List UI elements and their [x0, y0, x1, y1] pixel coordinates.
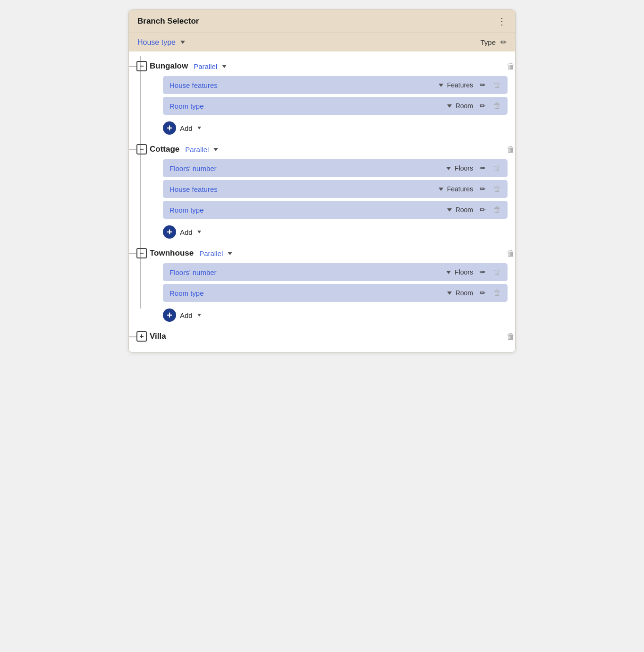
townhouse-floors-chevron-icon[interactable]: [446, 271, 451, 274]
townhouse-collapse-button[interactable]: −: [136, 248, 147, 258]
panel-header: Branch Selector ⋮: [129, 10, 515, 33]
cottage-add-plus-icon[interactable]: +: [163, 225, 176, 239]
cottage-add-chevron-icon[interactable]: [197, 231, 201, 233]
villa-delete-button[interactable]: 🗑: [507, 332, 515, 342]
panel-subheader: House type Type ✏: [129, 33, 515, 51]
townhouse-room-type-label: Room type: [169, 289, 443, 297]
bungalow-room-type-label: Room type: [169, 102, 443, 110]
townhouse-add-label[interactable]: Add: [180, 311, 193, 319]
branch-tree: − Bungalow Parallel 🗑 House features Fea…: [129, 56, 515, 346]
bungalow-children: House features Features ✏ 🗑 Room type Ro…: [136, 76, 515, 138]
bungalow-house-features-chevron-icon[interactable]: [439, 84, 443, 87]
house-type-selector[interactable]: House type: [137, 38, 185, 47]
cottage-children: Floors' number Floors ✏ 🗑 House features…: [136, 159, 515, 242]
cottage-type: Parallel: [185, 146, 209, 154]
cottage-add-label[interactable]: Add: [180, 228, 193, 236]
cottage-floors-row: Floors' number Floors ✏ 🗑: [163, 159, 508, 177]
townhouse-floors-label: Floors' number: [169, 268, 442, 276]
bungalow-add-chevron-icon[interactable]: [197, 127, 201, 129]
cottage-room-type-edit-icon[interactable]: ✏: [480, 206, 486, 214]
townhouse-type-chevron-icon[interactable]: [228, 252, 232, 255]
townhouse-type: Parallel: [199, 249, 223, 257]
panel-title: Branch Selector: [137, 17, 199, 26]
villa-header: + Villa 🗑: [136, 326, 515, 346]
branch-item-cottage: − Cottage Parallel 🗑 Floors' number Floo…: [136, 139, 515, 242]
townhouse-floors-type: Floors: [455, 268, 473, 276]
townhouse-floors-edit-icon[interactable]: ✏: [480, 268, 486, 276]
bungalow-collapse-button[interactable]: −: [136, 61, 147, 71]
cottage-header: − Cottage Parallel 🗑: [136, 139, 515, 159]
cottage-floors-label: Floors' number: [169, 164, 442, 172]
cottage-collapse-button[interactable]: −: [136, 144, 147, 154]
bungalow-add-plus-icon[interactable]: +: [163, 121, 176, 135]
cottage-house-features-label: House features: [169, 185, 435, 193]
villa-name: Villa: [150, 332, 166, 341]
bungalow-room-type-row: Room type Room ✏ 🗑: [163, 97, 508, 115]
townhouse-name: Townhouse: [150, 249, 194, 258]
cottage-house-features-edit-icon[interactable]: ✏: [480, 185, 486, 193]
bungalow-house-features-delete-button[interactable]: 🗑: [493, 81, 501, 89]
bungalow-room-type-delete-button[interactable]: 🗑: [493, 102, 501, 110]
cottage-room-type-label: Room type: [169, 206, 443, 214]
townhouse-room-type-type: Room: [456, 289, 473, 297]
type-section: Type ✏: [480, 38, 507, 47]
townhouse-room-type-row: Room type Room ✏ 🗑: [163, 284, 508, 302]
bungalow-room-type-type: Room: [456, 102, 473, 110]
townhouse-floors-row: Floors' number Floors ✏ 🗑: [163, 263, 508, 281]
bungalow-room-type-edit-icon[interactable]: ✏: [480, 102, 486, 110]
cottage-delete-button[interactable]: 🗑: [507, 145, 515, 154]
cottage-room-type-chevron-icon[interactable]: [447, 208, 452, 212]
townhouse-add-plus-icon[interactable]: +: [163, 309, 176, 322]
panel-body: − Bungalow Parallel 🗑 House features Fea…: [129, 51, 515, 352]
type-label: Type: [480, 38, 496, 46]
branch-item-villa: + Villa 🗑: [136, 326, 515, 346]
bungalow-header: − Bungalow Parallel 🗑: [136, 56, 515, 76]
bungalow-add-label[interactable]: Add: [180, 124, 193, 132]
branch-selector-panel: Branch Selector ⋮ House type Type ✏ − Bu…: [128, 9, 516, 352]
menu-icon[interactable]: ⋮: [497, 17, 507, 26]
townhouse-add-chevron-icon[interactable]: [197, 314, 201, 317]
bungalow-house-features-row: House features Features ✏ 🗑: [163, 76, 508, 94]
bungalow-house-features-label: House features: [169, 81, 435, 89]
townhouse-delete-button[interactable]: 🗑: [507, 249, 515, 258]
branch-item-townhouse: − Townhouse Parallel 🗑 Floors' number Fl…: [136, 243, 515, 326]
bungalow-delete-button[interactable]: 🗑: [507, 61, 515, 71]
cottage-room-type-delete-button[interactable]: 🗑: [493, 206, 501, 214]
townhouse-add-row: + Add: [163, 305, 508, 326]
type-edit-icon[interactable]: ✏: [500, 38, 507, 47]
bungalow-type: Parallel: [194, 62, 217, 70]
cottage-room-type-row: Room type Room ✏ 🗑: [163, 201, 508, 219]
bungalow-type-chevron-icon[interactable]: [222, 65, 227, 68]
townhouse-floors-delete-button[interactable]: 🗑: [493, 268, 501, 276]
cottage-room-type-type: Room: [456, 206, 473, 214]
bungalow-house-features-edit-icon[interactable]: ✏: [480, 81, 486, 89]
house-type-chevron-icon[interactable]: [180, 41, 185, 44]
bungalow-add-row: + Add: [163, 118, 508, 138]
cottage-floors-type: Floors: [455, 164, 473, 172]
cottage-house-features-type: Features: [447, 185, 473, 193]
villa-expand-button[interactable]: +: [136, 331, 147, 342]
branch-item-bungalow: − Bungalow Parallel 🗑 House features Fea…: [136, 56, 515, 138]
cottage-floors-edit-icon[interactable]: ✏: [480, 164, 486, 172]
cottage-floors-delete-button[interactable]: 🗑: [493, 164, 501, 172]
bungalow-room-type-chevron-icon[interactable]: [447, 104, 452, 108]
cottage-house-features-delete-button[interactable]: 🗑: [493, 185, 501, 193]
bungalow-name: Bungalow: [150, 61, 188, 71]
cottage-add-row: + Add: [163, 222, 508, 242]
cottage-name: Cottage: [150, 145, 179, 154]
townhouse-room-type-edit-icon[interactable]: ✏: [480, 289, 486, 297]
bungalow-house-features-type: Features: [447, 81, 473, 89]
cottage-type-chevron-icon[interactable]: [213, 148, 218, 151]
cottage-house-features-chevron-icon[interactable]: [439, 188, 443, 191]
townhouse-header: − Townhouse Parallel 🗑: [136, 243, 515, 263]
townhouse-room-type-chevron-icon[interactable]: [447, 292, 452, 295]
cottage-house-features-row: House features Features ✏ 🗑: [163, 180, 508, 198]
townhouse-children: Floors' number Floors ✏ 🗑 Room type Room…: [136, 263, 515, 326]
townhouse-room-type-delete-button[interactable]: 🗑: [493, 289, 501, 297]
cottage-floors-chevron-icon[interactable]: [446, 167, 451, 170]
house-type-label: House type: [137, 38, 176, 47]
